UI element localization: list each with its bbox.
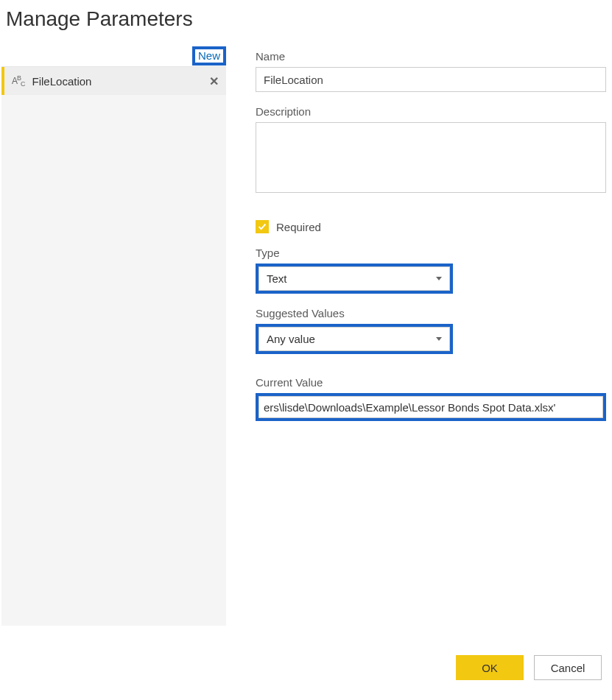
name-input[interactable] bbox=[256, 67, 606, 92]
suggested-values-dropdown[interactable]: Any value bbox=[258, 327, 450, 351]
current-value-input[interactable] bbox=[258, 396, 603, 418]
parameter-list: ABC FileLocation ✕ bbox=[1, 66, 226, 626]
required-label: Required bbox=[276, 221, 321, 233]
suggested-values-dropdown-value: Any value bbox=[267, 333, 315, 345]
text-type-icon: ABC bbox=[12, 74, 25, 88]
name-label: Name bbox=[256, 50, 606, 63]
chevron-down-icon bbox=[436, 277, 442, 280]
parameter-item[interactable]: ABC FileLocation ✕ bbox=[1, 67, 226, 95]
parameter-form: Name Description Required Type Text Sugg… bbox=[256, 46, 611, 421]
parameter-item-name: FileLocation bbox=[32, 75, 199, 88]
current-value-label: Current Value bbox=[256, 376, 606, 389]
parameter-list-panel: New ABC FileLocation ✕ bbox=[1, 46, 226, 626]
description-label: Description bbox=[256, 105, 606, 118]
dialog-title: Manage Parameters bbox=[6, 7, 611, 31]
description-input[interactable] bbox=[256, 122, 606, 193]
suggested-values-label: Suggested Values bbox=[256, 307, 606, 319]
chevron-down-icon bbox=[436, 337, 442, 341]
required-checkbox[interactable] bbox=[256, 220, 269, 233]
type-dropdown-value: Text bbox=[267, 272, 287, 285]
ok-button[interactable]: OK bbox=[456, 655, 524, 680]
delete-parameter-icon[interactable]: ✕ bbox=[206, 74, 222, 88]
new-parameter-link[interactable]: New bbox=[192, 46, 226, 66]
cancel-button[interactable]: Cancel bbox=[534, 655, 602, 680]
type-dropdown[interactable]: Text bbox=[258, 266, 450, 291]
checkmark-icon bbox=[257, 222, 267, 232]
type-label: Type bbox=[256, 247, 606, 259]
